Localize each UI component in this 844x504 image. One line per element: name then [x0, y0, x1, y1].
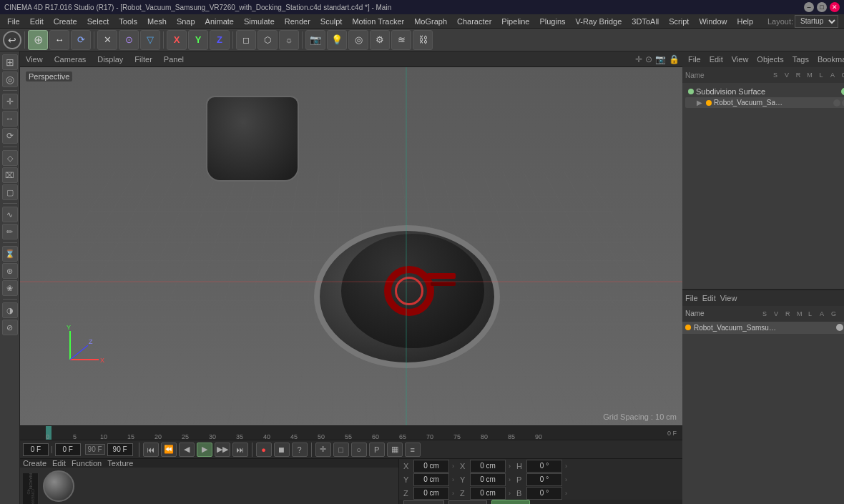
maximize-button[interactable]: □ [817, 2, 827, 12]
menu-character[interactable]: Character [453, 16, 496, 27]
knife-button[interactable]: ⌧ [2, 167, 18, 183]
obj-item-robot[interactable]: ▶ Robot_Vacuum_Samsung_VR7260_with_Docki… [685, 97, 844, 108]
live-select-button[interactable]: ◎ [2, 71, 18, 87]
help-button[interactable]: ? [292, 443, 308, 457]
obj-menu-objects[interactable]: Objects [754, 55, 786, 64]
scale-mode-select[interactable]: Scale [448, 500, 487, 504]
keyframe-box-button[interactable]: □ [333, 443, 349, 457]
magnet-button[interactable]: ⌛ [2, 246, 18, 262]
undo-button[interactable]: ↩ [3, 31, 21, 49]
polygon-pen-button[interactable]: ◇ [2, 150, 18, 166]
obj-item-subdivision[interactable]: Subdivision Surface [685, 86, 844, 97]
vp-menu-filter[interactable]: Filter [132, 55, 154, 64]
lower-menu-file[interactable]: File [685, 294, 698, 302]
coord-h-input[interactable] [526, 460, 562, 473]
vp-menu-display[interactable]: Display [94, 55, 126, 64]
play-forward-button[interactable]: ▶ [197, 443, 212, 457]
vp-icon-lock[interactable]: 🔒 [669, 54, 679, 64]
menu-motion-tracker[interactable]: Motion Tracker [348, 16, 408, 27]
rotate-left-button[interactable]: ⟳ [2, 128, 18, 144]
coord-y-pos-input[interactable] [413, 473, 449, 486]
obj-vis-icon[interactable] [841, 88, 844, 95]
objects-button[interactable]: ⬡ [257, 30, 278, 50]
lower-menu-view[interactable]: View [720, 294, 737, 302]
coord-system-select[interactable]: World Object [403, 500, 444, 504]
mat-menu-edit[interactable]: Edit [52, 459, 66, 468]
menu-snap[interactable]: Snap [172, 16, 200, 27]
menu-select[interactable]: Select [83, 16, 114, 27]
coord-z-pos-input[interactable] [413, 487, 449, 500]
vp-icon-camera[interactable]: 📷 [655, 54, 666, 64]
coord-x-rot-input[interactable] [470, 460, 506, 473]
obj-expand-icon[interactable]: ▶ [697, 99, 702, 107]
menu-plugins[interactable]: Plugins [535, 16, 569, 27]
menu-simulate[interactable]: Simulate [240, 16, 279, 27]
coord-y-rot-input[interactable] [470, 473, 506, 486]
vp-icon-render[interactable]: ⊙ [645, 54, 652, 64]
perspective-view-button[interactable]: ◻ [236, 30, 256, 50]
menu-mograph[interactable]: MoGraph [410, 16, 451, 27]
menu-sculpt[interactable]: Sculpt [316, 16, 347, 27]
obj-menu-tags[interactable]: Tags [790, 55, 812, 64]
paint-button[interactable]: ✏ [2, 224, 18, 239]
coord-x-pos-input[interactable] [413, 460, 449, 473]
motion-path-button[interactable]: P [369, 443, 385, 457]
deformer-button[interactable]: ⚙ [370, 30, 390, 50]
auto-key-button[interactable]: ○ [351, 443, 367, 457]
smear-button[interactable]: ⊘ [2, 320, 18, 335]
menu-3dtoall[interactable]: 3DToAll [627, 16, 663, 27]
snap-to-frame-button[interactable]: ✛ [315, 443, 331, 457]
mat-menu-function[interactable]: Function [72, 459, 102, 468]
rotate-tool-button[interactable]: ⟳ [71, 30, 91, 50]
camera-button[interactable]: 📷 [305, 30, 325, 50]
mat-menu-create[interactable]: Create [23, 459, 46, 468]
menu-vray[interactable]: V-Ray Bridge [571, 16, 627, 27]
menu-window[interactable]: Window [695, 16, 731, 27]
timeline-expand-button[interactable]: ≡ [405, 443, 421, 457]
menu-script[interactable]: Script [664, 16, 693, 27]
current-frame-input[interactable] [23, 443, 49, 456]
menu-animate[interactable]: Animate [201, 16, 238, 27]
effector-button[interactable]: ≋ [391, 30, 411, 50]
x-axis-button[interactable]: X [167, 30, 187, 50]
edge-mode-button[interactable]: ▽ [140, 30, 160, 50]
menu-tools[interactable]: Tools [114, 16, 142, 27]
extrude-button[interactable]: ▢ [2, 184, 18, 200]
grid-snap-button[interactable]: ▦ [387, 443, 403, 457]
scale-left-button[interactable]: ↔ [2, 111, 18, 127]
lower-menu-edit[interactable]: Edit [702, 294, 716, 302]
vp-menu-panel[interactable]: Panel [161, 55, 187, 64]
minimize-button[interactable]: – [804, 2, 814, 12]
end-frame-input[interactable] [107, 443, 133, 456]
material-button[interactable]: ◎ [348, 30, 368, 50]
stop-button[interactable]: ⏹ [274, 443, 290, 457]
move-left-button[interactable]: ✛ [2, 94, 18, 109]
material-item-robot[interactable]: robot_cl [43, 470, 74, 504]
start-frame-input[interactable] [55, 443, 81, 456]
move-tool-button[interactable]: ⊕ [28, 30, 48, 50]
obj-menu-edit[interactable]: Edit [707, 55, 726, 64]
light-button[interactable]: 💡 [327, 30, 347, 50]
vp-menu-cameras[interactable]: Cameras [51, 55, 89, 64]
point-mode-button[interactable]: ⊙ [119, 30, 139, 50]
menu-edit[interactable]: Edit [26, 16, 48, 27]
coord-p-input[interactable] [526, 473, 562, 486]
vp-menu-view[interactable]: View [23, 55, 46, 64]
layout-select[interactable]: Startup [795, 15, 838, 28]
coord-z-rot-input[interactable] [470, 487, 506, 500]
material-swatch[interactable] [43, 470, 74, 502]
record-button[interactable]: ● [256, 443, 272, 457]
prev-key-button[interactable]: ⏪ [161, 443, 177, 457]
object-mode-button[interactable]: ✕ [97, 30, 117, 50]
obj-menu-file[interactable]: File [685, 55, 704, 64]
menu-file[interactable]: File [3, 16, 24, 27]
next-key-button[interactable]: ▶▶ [215, 443, 230, 457]
lr-vis-icon[interactable] [836, 324, 843, 331]
close-button[interactable]: ✕ [830, 2, 840, 12]
select-tool-left[interactable]: ⊞ [2, 54, 18, 70]
spline-button[interactable]: ∿ [2, 207, 18, 222]
obj-menu-view[interactable]: View [729, 55, 752, 64]
mat-menu-texture[interactable]: Texture [107, 459, 133, 468]
play-back-button[interactable]: ◀ [179, 443, 195, 457]
menu-pipeline[interactable]: Pipeline [497, 16, 534, 27]
